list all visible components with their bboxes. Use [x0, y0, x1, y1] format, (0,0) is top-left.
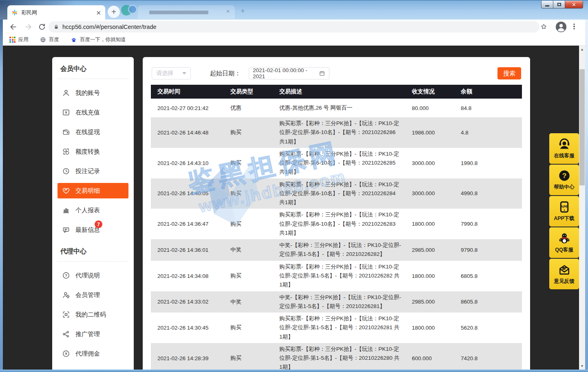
withdraw-icon: [62, 128, 70, 136]
bookmark-baidu-search[interactable]: 百度一下，你就知道: [71, 36, 126, 43]
sidebar-item-report[interactable]: 个人报表: [52, 200, 134, 220]
page-content: 会员中心我的账号¥在线充值在线提现额度转换投注记录交易明细个人报表最新信息7代理…: [3, 46, 585, 370]
cell-amount: 1800.000: [412, 221, 461, 227]
cell-description: 中奖-【彩种：三分PK拾】-【玩法：PK10-定位胆-定位胆-第1-5名】-【期…: [279, 293, 412, 311]
cell-type: 购买: [230, 324, 279, 331]
sidebar-item-label: 代理说明: [75, 272, 100, 280]
sidebar-item-share[interactable]: 推广管理: [52, 324, 134, 344]
back-icon[interactable]: [9, 23, 18, 31]
page-scrollbar[interactable]: ▲ ▼: [579, 46, 585, 370]
float-button-service[interactable]: 在线客服: [549, 133, 579, 164]
table-row: 2021-02-27 00:21:42优惠优惠-其他优惠,26 号 网银百一80…: [151, 99, 522, 117]
sidebar-item-label: 投注记录: [75, 167, 100, 175]
sidebar-item-message[interactable]: 最新信息7: [52, 220, 134, 240]
transfer-icon: [62, 147, 70, 156]
cell-balance: 6805.8: [461, 273, 522, 279]
cell-balance: 9790.8: [461, 247, 522, 253]
table-row: 2021-02-26 14:36:47购买购买彩票-【彩种：三分PK拾】-【玩法…: [151, 209, 522, 239]
sidebar-item-transfer[interactable]: 额度转换: [52, 142, 134, 161]
tab-close-icon[interactable]: ✕: [96, 10, 101, 16]
sidebar-section-title: 会员中心: [57, 57, 128, 79]
float-button-help[interactable]: ?帮助中心: [549, 165, 579, 195]
float-button-qq[interactable]: QQ客服: [549, 227, 579, 258]
cell-description: 优惠-其他优惠,26 号 网银百一: [279, 103, 412, 112]
sidebar-item-trade[interactable]: 交易明细: [57, 183, 128, 198]
paw-icon: [71, 37, 77, 43]
site-favicon: [11, 9, 18, 16]
cell-time: 2021-02-26 14:46:48: [151, 130, 230, 136]
column-header: 交易描述: [279, 88, 412, 95]
floating-service-menu: 在线客服?帮助中心APPAPP下载QQ客服意见反馈: [549, 133, 579, 290]
qq-icon: [558, 232, 571, 245]
cell-type: 购买: [230, 190, 279, 197]
commission-icon: ¥: [62, 350, 70, 358]
sidebar-item-commission[interactable]: ¥代理佣金: [52, 344, 134, 363]
cell-time: 2021-02-26 14:30:45: [151, 325, 230, 331]
lock-icon: [53, 24, 59, 30]
float-button-label: APP下载: [554, 215, 575, 222]
table-row: 2021-02-26 14:36:01中奖中奖-【彩种：三分PK拾】-【玩法：P…: [151, 239, 522, 261]
window-controls: ✕: [542, 1, 583, 9]
sidebar-item-users[interactable]: 会员管理: [52, 285, 134, 305]
date-range-input[interactable]: 2021-02-01 00:00:00 - 2021: [249, 67, 329, 79]
cell-time: 2021-02-27 00:21:42: [151, 105, 230, 111]
search-button[interactable]: 搜索: [497, 67, 521, 79]
float-button-label: 帮助中心: [554, 184, 575, 191]
background-window-tab: ✕: [138, 5, 235, 19]
bookmark-apps[interactable]: 应用: [9, 36, 29, 43]
cell-type: 购买: [230, 272, 279, 280]
type-select[interactable]: 请选择: [152, 67, 191, 79]
browser-menu-icon[interactable]: [570, 23, 578, 30]
sidebar-item-recharge[interactable]: ¥在线充值: [52, 103, 134, 122]
help-icon: ?: [558, 169, 571, 182]
trade-icon: [62, 187, 70, 195]
table-row: 2021-02-26 14:34:08购买购买彩票-【彩种：三分PK拾】-【玩法…: [151, 261, 522, 291]
address-bar[interactable]: hccp56.com/#/personalCenter/trade: [49, 21, 539, 33]
question-icon: ?: [62, 271, 70, 280]
cell-amount: 600.000: [412, 355, 461, 361]
sidebar-item-history[interactable]: 投注记录: [52, 161, 134, 181]
scrollbar-thumb[interactable]: [579, 69, 585, 185]
bookmarks-bar: 应用 百度 百度一下，你就知道: [3, 34, 585, 46]
close-button[interactable]: ✕: [565, 1, 583, 9]
sidebar-item-user[interactable]: 我的账号: [52, 83, 134, 103]
cell-amount: 1800.000: [412, 273, 461, 279]
date-label: 起始日期：: [210, 67, 241, 79]
table-row: 2021-02-26 14:40:05购买购买彩票-【彩种：三分PK拾】-【玩法…: [151, 178, 522, 209]
profile-avatar-icon[interactable]: [555, 21, 567, 33]
qrcode-icon: [62, 310, 70, 319]
cell-description: 购买彩票-【彩种：三分PK拾】-【玩法：PK10-定位胆-定位胆-第6-10名】…: [279, 150, 412, 177]
bookmark-star-icon[interactable]: [540, 23, 548, 31]
cell-description: 购买彩票-【彩种：三分PK拾】-【玩法：PK10-定位胆-定位胆-第1-5名】-…: [279, 314, 412, 341]
refresh-icon[interactable]: [38, 23, 46, 31]
table-row: 2021-02-26 14:33:02中奖中奖-【彩种：三分PK拾】-【玩法：P…: [151, 291, 522, 313]
svg-text:?: ?: [65, 273, 67, 277]
transactions-table: 交易时间交易类型交易描述收支情况余额 2021-02-27 00:21:42优惠…: [151, 85, 522, 370]
scroll-down-icon[interactable]: ▼: [579, 363, 585, 369]
window-border-bottom: [0, 370, 588, 372]
browser-tab[interactable]: 彩民网 ✕: [7, 5, 105, 20]
sidebar-item-qrcode[interactable]: 我的二维码: [52, 305, 134, 324]
background-tab-close-icon: ✕: [226, 9, 230, 14]
calendar-icon: [319, 70, 325, 77]
bookmark-baidu[interactable]: 百度: [40, 36, 59, 43]
cell-type: 中奖: [230, 246, 279, 253]
sidebar-item-report2[interactable]: 下级报表: [52, 363, 134, 370]
float-button-feedback[interactable]: 意见反馈: [549, 259, 579, 289]
sidebar-item-question[interactable]: ?代理说明: [52, 266, 134, 285]
svg-text:?: ?: [562, 172, 566, 180]
maximize-button[interactable]: [553, 1, 565, 9]
new-tab-button[interactable]: +: [108, 6, 120, 18]
sidebar-item-withdraw[interactable]: 在线提现: [52, 122, 134, 142]
float-button-app[interactable]: APPAPP下载: [549, 196, 579, 227]
forward-icon[interactable]: [24, 23, 32, 31]
select-placeholder: 请选择: [156, 70, 173, 77]
sidebar: 会员中心我的账号¥在线充值在线提现额度转换投注记录交易明细个人报表最新信息7代理…: [52, 57, 134, 370]
cell-type: 购买: [230, 354, 279, 362]
filter-row: 请选择 起始日期： 2021-02-01 00:00:00 - 2021 搜索: [152, 67, 521, 79]
tab-title: 彩民网: [21, 9, 96, 16]
sidebar-item-label: 我的二维码: [75, 311, 106, 319]
minimize-button[interactable]: [541, 1, 553, 9]
scroll-up-icon[interactable]: ▲: [579, 46, 585, 52]
cell-time: 2021-02-26 14:36:01: [151, 247, 230, 253]
